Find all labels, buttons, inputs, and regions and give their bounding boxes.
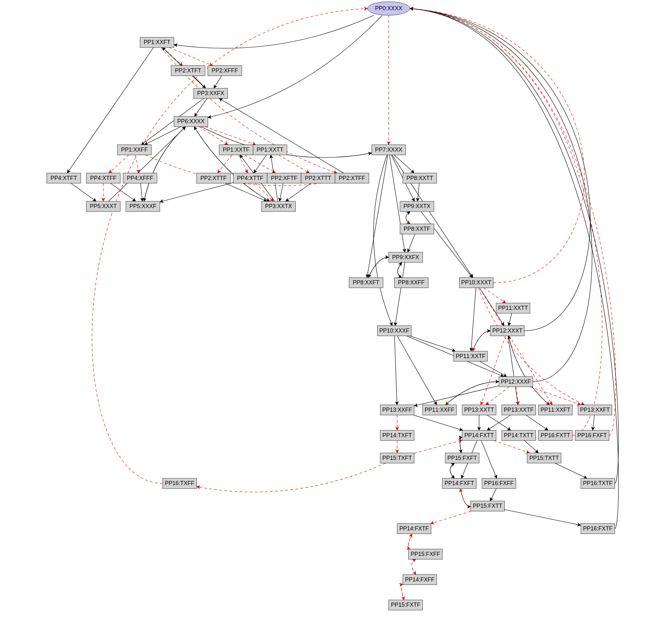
node-label: PP15:TXFT: [382, 455, 412, 461]
edge-PP8_XXTT-to-PP9_XXTX: [417, 183, 419, 201]
edge-PP15_TXFT-to-PP14_FXTT: [414, 440, 462, 453]
node-label: PP13:XXFF: [382, 407, 412, 413]
edge-PP14_TXTT-to-PP15_TXTT: [524, 440, 538, 453]
node-PP16_FXTF: PP16:FXTF: [581, 524, 614, 534]
node-PP15_FXFT: PP15:FXFT: [445, 453, 479, 463]
edge-PP13_XXTF-to-PP16_FXTT: [526, 415, 548, 430]
node-label: PP1:XXTT: [257, 146, 284, 153]
node-label: PP3:XXFX: [197, 90, 224, 96]
node-label: PP14:FXFT: [445, 480, 474, 486]
edge-PP7_XXXX-to-PP8_XXTT: [394, 155, 414, 173]
node-label: PP16:FXTT: [540, 432, 570, 439]
edge-PP2_XTTT-to-PP3_XXTX: [286, 183, 311, 201]
node-PP0_XXXX: PP0:XXXX: [367, 2, 410, 15]
edge-PP14_FXTF-to-PP15_FXFF: [408, 534, 412, 549]
node-label: PP2:XTFF: [339, 175, 365, 181]
node-label: PP15:TXTT: [529, 455, 559, 461]
edge-PP1_XXTT-to-PP4_XTTF: [254, 155, 267, 173]
node-PP12_XXXF: PP12:XXXF: [499, 377, 533, 387]
node-PP15_FXFF: PP15:FXFF: [409, 549, 442, 559]
node-label: PP3:XXTX: [265, 203, 292, 209]
edge-PP15_FXTT-to-PP14_FXTF: [431, 511, 471, 524]
node-PP13_XXFT: PP13:XXFT: [578, 405, 612, 415]
edge-PP4_XTFT-to-PP5_XXXT: [71, 183, 96, 201]
edge-PP15_FXTF-to-PP14_FXFF: [401, 584, 404, 600]
edge-PP8_XXFF-to-PP9_XXFX: [398, 262, 402, 278]
node-label: PP13:XXFT: [580, 407, 610, 413]
node-PP16_TXTF: PP16:TXTF: [581, 478, 614, 489]
node-label: PP14:FXTF: [399, 525, 429, 532]
node-PP3_XXTX: PP3:XXTX: [262, 201, 295, 212]
edge-PP12_XXXF-to-PP11_XXFF: [446, 382, 499, 405]
node-PP8_XXTF: PP8:XXTF: [400, 224, 434, 234]
node-label: PP6:XXXX: [177, 118, 205, 125]
node-label: PP9:XXTX: [404, 203, 431, 209]
edge-PP16_FXTF-to-PP0_XXXX: [410, 9, 619, 529]
node-label: PP16:TXFF: [165, 480, 194, 486]
node-PP16_FXFT: PP16:FXFT: [575, 430, 609, 440]
edge-PP15_FXFF-to-PP14_FXTF: [408, 534, 412, 549]
node-PP9_XXFX: PP9:XXFX: [389, 252, 422, 262]
node-label: PP14:TXTT: [504, 432, 533, 439]
edge-PP8_XXTF-to-PP9_XXTX: [406, 212, 410, 224]
edge-PP9_XXFX-to-PP8_XXFF: [398, 262, 402, 278]
node-PP14_TXFT: PP14:TXFT: [380, 430, 414, 440]
node-label: PP2:XFFF: [212, 67, 238, 74]
edge-PP2_XFTF-to-PP3_XXTX: [279, 183, 283, 201]
edge-PP3_XXFX-to-PP6_XXXX: [194, 98, 207, 116]
node-PP2_XFFF: PP2:XFFF: [208, 66, 242, 76]
node-PP16_TXFF: PP16:TXFF: [163, 478, 196, 489]
node-label: PP16:FXTF: [583, 525, 613, 532]
node-label: PP14:FXFF: [405, 576, 435, 583]
node-PP4_XTFF: PP4:XTFF: [86, 173, 120, 183]
node-PP6_XXXX: PP6:XXXX: [174, 116, 208, 127]
node-label: PP4:XTTF: [237, 175, 263, 181]
node-label: PP12:XXXF: [501, 379, 531, 385]
edge-PP1_XXTF-to-PP4_XTTF: [238, 155, 248, 173]
node-PP4_XTTF: PP4:XTTF: [233, 173, 267, 183]
node-label: PP13:XXTT: [464, 407, 494, 413]
node-PP12_XXXT: PP12:XXXT: [490, 326, 524, 336]
node-PP7_XXXX: PP7:XXXX: [372, 145, 406, 155]
edge-PP1_XXFT-to-PP2_XFFF: [170, 47, 213, 66]
edge-PP6_XXXX-to-PP1_XXTT: [205, 127, 256, 145]
node-label: PP0:XXXX: [375, 5, 403, 11]
node-label: PP15:FXFT: [447, 455, 477, 461]
edge-PP9_XXTX-to-PP10_XXXT: [421, 212, 472, 278]
edge-PP2_XTFF-to-PP3_XXFX: [219, 98, 343, 173]
node-PP8_XXFF: PP8:XXFF: [394, 278, 428, 288]
node-PP11_XXFT: PP11:XXFT: [538, 405, 572, 415]
edge-PP4_XTTF-to-PP3_XXTX: [256, 183, 274, 201]
node-PP14_FXFT: PP14:FXFT: [442, 478, 476, 489]
node-PP2_XTTT: PP2:XTTT: [301, 173, 335, 183]
node-PP14_FXTF: PP14:FXTF: [397, 524, 431, 534]
node-PP4_XTFT: PP4:XTFT: [47, 173, 81, 183]
node-PP3_XXFX: PP3:XXFX: [194, 88, 227, 98]
node-label: PP1:XXFT: [144, 39, 170, 45]
node-label: PP4:XFFF: [127, 175, 153, 181]
node-PP16_FXTT: PP16:FXTT: [538, 430, 572, 440]
node-PP13_XXTT: PP13:XXTT: [462, 405, 496, 415]
edge-PP16_FXTT-to-PP0_XXXX: [410, 9, 602, 436]
edge-PP14_FXTT-to-PP15_TXTT: [494, 440, 529, 453]
edge-PP15_FXFT-to-PP14_FXTT: [460, 437, 462, 453]
edge-PP16_TXFF-to-PP0_XXXX: [92, 9, 367, 483]
edge-PP10_XXXF-to-PP11_XXTF: [410, 336, 455, 351]
edge-PP15_TXTT-to-PP16_TXTF: [555, 463, 587, 478]
node-PP10_XXXT: PP10:XXXT: [459, 278, 493, 288]
edge-PP1_XXFF-to-PP4_XFFF: [136, 155, 139, 173]
node-PP1_XXFF: PP1:XXFF: [117, 145, 151, 155]
edge-PP12_XXXF-to-PP13_XXTT: [486, 387, 509, 405]
node-PP1_XXTF: PP1:XXTF: [219, 145, 253, 155]
edge-PP2_XTTF-to-PP3_XXTX: [225, 183, 267, 201]
node-label: PP2:XTTT: [305, 175, 331, 181]
node-PP13_XXTF: PP13:XXTF: [502, 405, 535, 415]
node-label: PP15:FXTF: [391, 601, 421, 608]
node-label: PP4:XTFF: [90, 175, 117, 181]
node-PP1_XXTT: PP1:XXTT: [253, 145, 287, 155]
edge-PP9_XXFX-to-PP8_XXFT: [368, 257, 389, 278]
node-PP11_XXTF: PP11:XXTF: [453, 351, 487, 361]
node-label: PP11:XXTF: [456, 353, 486, 359]
edge-PP7_XXXX-to-PP8_XXFT: [367, 155, 388, 277]
edge-PP1_XXFF-to-PP4_XTFF: [109, 155, 128, 173]
